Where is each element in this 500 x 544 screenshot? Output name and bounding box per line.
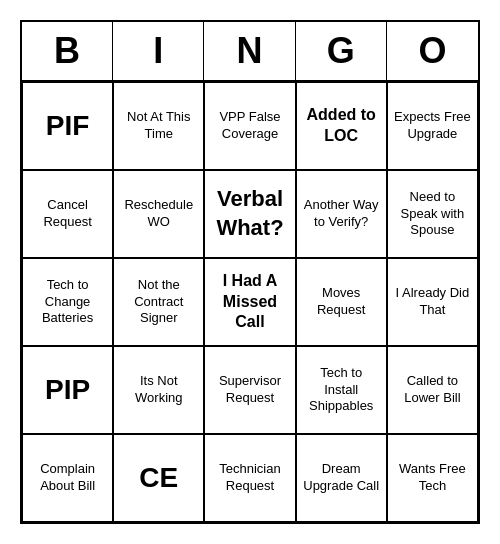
header-letter: B: [22, 22, 113, 80]
bingo-card: BINGO PIFNot At This TimeVPP False Cover…: [20, 20, 480, 524]
header-letter: O: [387, 22, 478, 80]
bingo-cell[interactable]: CE: [113, 434, 204, 522]
bingo-cell[interactable]: I Had A Missed Call: [204, 258, 295, 346]
bingo-cell[interactable]: Expects Free Upgrade: [387, 82, 478, 170]
bingo-cell[interactable]: Supervisor Request: [204, 346, 295, 434]
header-letter: G: [296, 22, 387, 80]
bingo-cell[interactable]: Tech to Change Batteries: [22, 258, 113, 346]
bingo-cell[interactable]: Added to LOC: [296, 82, 387, 170]
bingo-cell[interactable]: Tech to Install Shippables: [296, 346, 387, 434]
bingo-cell[interactable]: Wants Free Tech: [387, 434, 478, 522]
bingo-cell[interactable]: Called to Lower Bill: [387, 346, 478, 434]
header-letter: N: [204, 22, 295, 80]
bingo-cell[interactable]: Reschedule WO: [113, 170, 204, 258]
bingo-cell[interactable]: Cancel Request: [22, 170, 113, 258]
bingo-cell[interactable]: Technician Request: [204, 434, 295, 522]
bingo-cell[interactable]: Moves Request: [296, 258, 387, 346]
bingo-cell[interactable]: PIP: [22, 346, 113, 434]
bingo-cell[interactable]: Verbal What?: [204, 170, 295, 258]
bingo-cell[interactable]: PIF: [22, 82, 113, 170]
bingo-cell[interactable]: Not At This Time: [113, 82, 204, 170]
bingo-cell[interactable]: I Already Did That: [387, 258, 478, 346]
bingo-cell[interactable]: Complain About Bill: [22, 434, 113, 522]
bingo-header: BINGO: [22, 22, 478, 82]
bingo-cell[interactable]: Need to Speak with Spouse: [387, 170, 478, 258]
bingo-cell[interactable]: Not the Contract Signer: [113, 258, 204, 346]
bingo-cell[interactable]: VPP False Coverage: [204, 82, 295, 170]
bingo-cell[interactable]: Another Way to Verify?: [296, 170, 387, 258]
bingo-grid: PIFNot At This TimeVPP False CoverageAdd…: [22, 82, 478, 522]
header-letter: I: [113, 22, 204, 80]
bingo-cell[interactable]: Dream Upgrade Call: [296, 434, 387, 522]
bingo-cell[interactable]: Its Not Working: [113, 346, 204, 434]
